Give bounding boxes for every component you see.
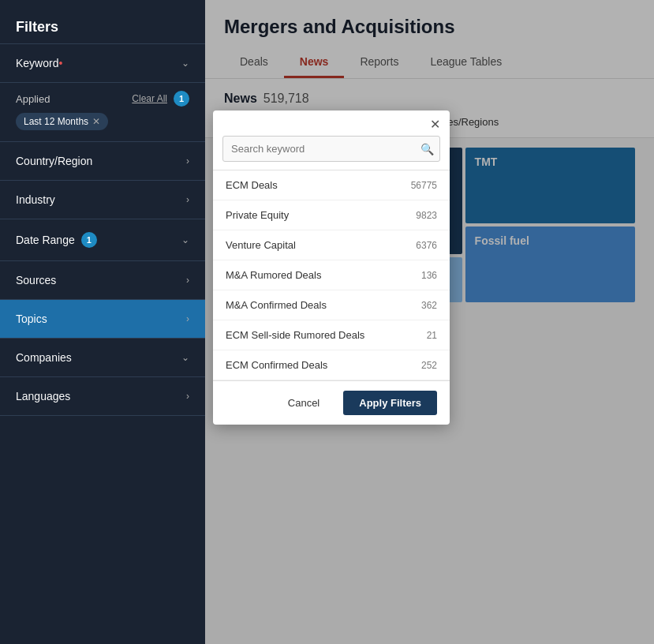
item-count-private-equity: 9823 xyxy=(416,210,437,221)
topics-label: Topics xyxy=(16,313,47,325)
date-range-label: Date Range xyxy=(16,234,75,246)
modal-header: ✕ xyxy=(213,110,450,136)
keyword-label: Keyword• xyxy=(16,57,62,69)
applied-badge: 1 xyxy=(174,91,189,107)
chevron-right-icon: › xyxy=(186,275,189,286)
modal-list-item-ecm-deals[interactable]: ECM Deals 56775 xyxy=(213,170,450,200)
modal-list: ECM Deals 56775 Private Equity 9823 Vent… xyxy=(213,170,450,380)
sidebar: Filters Keyword• ⌄ Applied Clear All 1 L… xyxy=(0,0,205,644)
item-label-ma-rumored: M&A Rumored Deals xyxy=(226,269,321,281)
search-icon: 🔍 xyxy=(420,143,434,155)
applied-label: Applied xyxy=(16,93,50,105)
apply-filters-button[interactable]: Apply Filters xyxy=(343,391,437,415)
sidebar-item-companies[interactable]: Companies ⌄ xyxy=(0,339,205,377)
item-label-ecm-deals: ECM Deals xyxy=(226,179,278,191)
item-label-ecm-confirmed: ECM Confirmed Deals xyxy=(226,359,327,371)
chevron-right-icon: › xyxy=(186,194,189,205)
filter-tag-label: Last 12 Months xyxy=(24,116,88,127)
industry-label: Industry xyxy=(16,193,55,206)
item-count-ma-rumored: 136 xyxy=(421,270,437,281)
sidebar-item-sources[interactable]: Sources › xyxy=(0,261,205,300)
sidebar-item-languages[interactable]: Languages › xyxy=(0,377,205,416)
sources-label: Sources xyxy=(16,274,56,286)
sidebar-item-industry[interactable]: Industry › xyxy=(0,181,205,219)
sidebar-title: Filters xyxy=(0,8,205,43)
chevron-down-icon: ⌄ xyxy=(181,58,189,69)
modal-footer: Cancel Apply Filters xyxy=(213,380,450,425)
modal-list-item-ecm-confirmed[interactable]: ECM Confirmed Deals 252 xyxy=(213,350,450,380)
item-label-ma-confirmed: M&A Confirmed Deals xyxy=(226,299,327,311)
modal-list-item-ma-confirmed[interactable]: M&A Confirmed Deals 362 xyxy=(213,290,450,320)
companies-label: Companies xyxy=(16,351,72,364)
sidebar-item-date-range[interactable]: Date Range 1 ⌄ xyxy=(0,219,205,261)
chevron-right-icon: › xyxy=(186,391,189,402)
modal-list-item-venture-capital[interactable]: Venture Capital 6376 xyxy=(213,230,450,260)
item-count-ma-confirmed: 362 xyxy=(421,300,437,311)
topics-modal: ✕ 🔍 ECM Deals 56775 Private Equity 9823 … xyxy=(213,110,450,425)
chevron-right-icon: › xyxy=(186,155,189,167)
sidebar-item-country-region[interactable]: Country/Region › xyxy=(0,142,205,181)
item-label-venture-capital: Venture Capital xyxy=(226,239,296,251)
country-region-label: Country/Region xyxy=(16,155,92,167)
modal-list-item-ecm-sellside[interactable]: ECM Sell-side Rumored Deals 21 xyxy=(213,320,450,350)
languages-label: Languages xyxy=(16,390,70,402)
chevron-down-icon: ⌄ xyxy=(181,352,189,363)
item-count-venture-capital: 6376 xyxy=(416,240,437,251)
modal-search-input[interactable] xyxy=(222,136,440,162)
filter-tag-close[interactable]: ✕ xyxy=(92,116,100,127)
chevron-right-icon: › xyxy=(186,313,189,324)
item-count-ecm-sellside: 21 xyxy=(427,330,437,341)
item-label-private-equity: Private Equity xyxy=(226,209,289,221)
chevron-down-icon: ⌄ xyxy=(181,234,189,245)
modal-overlay: ✕ 🔍 ECM Deals 56775 Private Equity 9823 … xyxy=(205,0,654,644)
modal-close-button[interactable]: ✕ xyxy=(430,118,440,131)
item-label-ecm-sellside: ECM Sell-side Rumored Deals xyxy=(226,329,364,341)
modal-search-area: 🔍 xyxy=(222,136,440,162)
sidebar-item-keyword[interactable]: Keyword• ⌄ xyxy=(0,44,205,83)
filter-tag-last12months[interactable]: Last 12 Months ✕ xyxy=(16,113,108,130)
sidebar-item-topics[interactable]: Topics › xyxy=(0,300,205,339)
clear-all-button[interactable]: Clear All xyxy=(132,93,167,104)
item-count-ecm-confirmed: 252 xyxy=(421,360,437,371)
cancel-button[interactable]: Cancel xyxy=(272,391,335,415)
modal-list-item-private-equity[interactable]: Private Equity 9823 xyxy=(213,200,450,230)
modal-list-item-ma-rumored[interactable]: M&A Rumored Deals 136 xyxy=(213,260,450,290)
main-content: Mergers and Acquisitions Deals News Repo… xyxy=(205,0,654,644)
item-count-ecm-deals: 56775 xyxy=(411,180,437,191)
applied-section: Applied Clear All 1 Last 12 Months ✕ xyxy=(0,83,205,142)
date-range-badge: 1 xyxy=(81,232,97,248)
